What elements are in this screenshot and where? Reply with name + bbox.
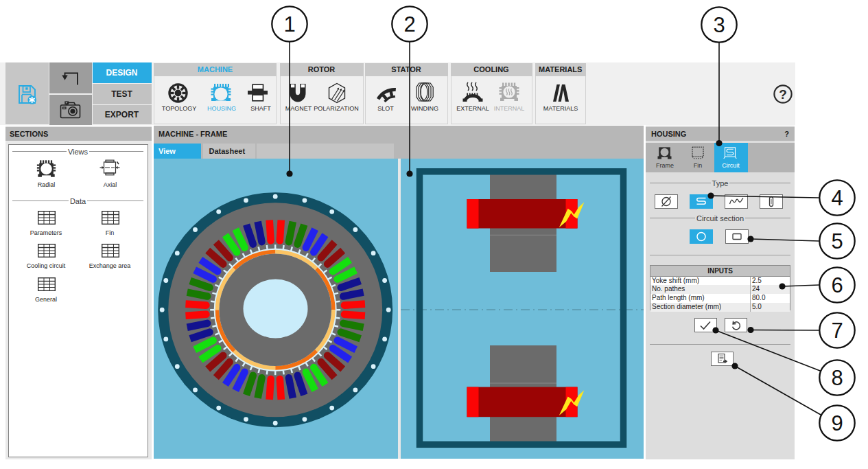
svg-text:7: 7 — [831, 319, 843, 343]
svg-text:8: 8 — [831, 366, 843, 390]
svg-text:9: 9 — [831, 411, 843, 435]
svg-text:4: 4 — [831, 186, 843, 210]
svg-text:6: 6 — [831, 273, 843, 297]
svg-text:2: 2 — [403, 12, 415, 36]
svg-text:5: 5 — [831, 229, 843, 253]
svg-text:3: 3 — [713, 13, 725, 37]
svg-text:1: 1 — [283, 12, 295, 36]
